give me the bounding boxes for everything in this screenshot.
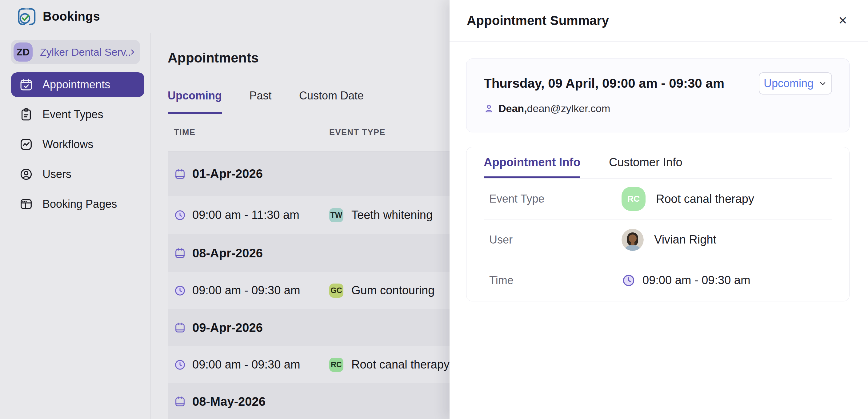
event-type-badge: TW	[329, 208, 343, 222]
calendar-icon	[174, 168, 186, 180]
calendar-check-icon	[19, 78, 33, 92]
appointment-datetime: Thursday, 09 April, 09:00 am - 09:30 am	[484, 76, 724, 91]
sidebar-item-appointments[interactable]: Appointments	[11, 72, 144, 97]
event-type-badge: RC	[622, 187, 646, 211]
table-column-headers: TIME EVENT TYPE	[168, 128, 450, 137]
table-row-date[interactable]: 08-Apr-2026	[168, 234, 450, 272]
bookings-logo-icon	[17, 7, 37, 27]
event-type-cell: TW Teeth whitening	[329, 208, 433, 222]
clock-icon	[174, 285, 186, 297]
event-type-name: Teeth whitening	[351, 208, 433, 222]
drawer-tabs: Appointment Info Customer Info	[484, 147, 832, 179]
sidebar-item-workflows[interactable]: Workflows	[11, 132, 144, 157]
appointment-info-card: Appointment Info Customer Info Event Typ…	[466, 147, 849, 301]
bookings-app: Bookings ZD Zylker Dental Serv... › Appo…	[0, 0, 868, 419]
sidebar-item-label: Appointments	[42, 78, 110, 91]
sidebar-item-users[interactable]: Users	[11, 162, 144, 186]
avatar	[622, 229, 644, 251]
appointments-tabs: Upcoming Past Custom Date	[151, 89, 450, 114]
tab-customer-info[interactable]: Customer Info	[609, 156, 682, 178]
tab-past[interactable]: Past	[249, 89, 271, 114]
table-row-date[interactable]: 09-Apr-2026	[168, 309, 450, 346]
page-title: Appointments	[168, 50, 450, 66]
event-type-name: Root canal therapy	[351, 358, 450, 371]
tab-upcoming[interactable]: Upcoming	[168, 89, 222, 114]
date-group-label: 08-May-2026	[192, 395, 266, 409]
sidebar-item-booking-pages[interactable]: Booking Pages	[11, 192, 144, 216]
browser-window-icon	[19, 197, 33, 211]
table-row-date[interactable]: 01-Apr-2026	[168, 151, 450, 196]
person-icon	[484, 103, 494, 114]
workspace-switcher[interactable]: ZD Zylker Dental Serv... ›	[11, 40, 140, 64]
customer-email: dean@zylker.com	[527, 102, 611, 115]
event-type-badge: GC	[329, 283, 343, 298]
clock-icon	[174, 209, 186, 221]
appointments-page: Appointments Upcoming Past Custom Date T…	[151, 33, 450, 419]
appointments-table: 01-Apr-2026 09:00 am - 11:30 am TW Teeth…	[168, 151, 450, 419]
event-type-cell: GC Gum contouring	[329, 283, 434, 298]
chevron-down-icon	[818, 79, 827, 88]
column-header-time: TIME	[168, 128, 329, 137]
close-icon[interactable]: ✕	[835, 12, 851, 29]
time-value: 09:00 am - 09:30 am	[643, 274, 750, 287]
status-dropdown[interactable]: Upcoming	[759, 72, 832, 94]
user-circle-icon	[19, 167, 33, 181]
appointment-time: 09:00 am - 09:30 am	[192, 358, 300, 371]
status-label: Upcoming	[764, 77, 813, 90]
sidebar-item-event-types[interactable]: Event Types	[11, 102, 144, 127]
workspace-avatar: ZD	[13, 42, 33, 62]
summary-card: Thursday, 09 April, 09:00 am - 09:30 am …	[466, 59, 849, 132]
time-cell: 09:00 am - 09:30 am	[168, 358, 329, 371]
sidebar-item-label: Event Types	[42, 108, 103, 121]
event-type-badge: RC	[329, 358, 343, 372]
event-type-cell: RC Root canal therapy	[329, 358, 450, 372]
calendar-icon	[174, 247, 186, 259]
detail-label: User	[484, 233, 622, 246]
detail-row-time: Time 09:00 am - 09:30 am	[484, 260, 832, 300]
activity-square-icon	[19, 137, 33, 151]
customer-name: Dean,	[498, 102, 527, 115]
table-row-appointment[interactable]: 09:00 am - 09:30 am GC Gum contouring	[168, 272, 450, 309]
drawer-title: Appointment Summary	[467, 13, 835, 28]
appointment-summary-drawer: Appointment Summary ✕ Thursday, 09 April…	[450, 0, 868, 419]
detail-label: Event Type	[484, 192, 622, 205]
event-type-value: Root canal therapy	[656, 192, 754, 206]
appointment-time: 09:00 am - 09:30 am	[192, 284, 300, 297]
detail-row-event-type: Event Type RC Root canal therapy	[484, 179, 832, 219]
tab-custom-date[interactable]: Custom Date	[299, 89, 364, 114]
sidebar-item-label: Workflows	[42, 138, 93, 151]
time-cell: 09:00 am - 09:30 am	[168, 284, 329, 297]
date-group-label: 01-Apr-2026	[192, 167, 263, 181]
clipboard-icon	[19, 108, 33, 122]
date-group-label: 09-Apr-2026	[192, 321, 263, 335]
detail-label: Time	[484, 274, 622, 287]
clock-icon	[174, 359, 186, 371]
column-header-event-type: EVENT TYPE	[329, 128, 385, 137]
table-row-date[interactable]: 08-May-2026	[168, 383, 450, 419]
user-photo	[622, 229, 644, 251]
appointment-time: 09:00 am - 11:30 am	[192, 208, 299, 222]
sidebar-nav: Appointments Event Types Workflows	[0, 72, 151, 216]
customer-line: Dean, dean@zylker.com	[484, 102, 832, 115]
event-type-name: Gum contouring	[351, 284, 434, 297]
calendar-icon	[174, 395, 186, 408]
date-group-label: 08-Apr-2026	[192, 246, 263, 260]
chevron-right-icon: ›	[130, 45, 134, 57]
time-cell: 09:00 am - 11:30 am	[168, 208, 329, 222]
sidebar-item-label: Booking Pages	[42, 198, 117, 211]
sidebar-item-label: Users	[42, 168, 71, 181]
user-name: Vivian Right	[654, 233, 716, 246]
clock-icon	[622, 273, 636, 288]
tab-appointment-info[interactable]: Appointment Info	[484, 156, 580, 178]
app-title: Bookings	[43, 9, 100, 23]
table-row-appointment[interactable]: 09:00 am - 11:30 am TW Teeth whitening	[168, 196, 450, 234]
table-row-appointment[interactable]: 09:00 am - 09:30 am RC Root canal therap…	[168, 346, 450, 383]
sidebar: ZD Zylker Dental Serv... › Appointments	[0, 33, 151, 419]
workspace-name: Zylker Dental Serv...	[40, 46, 130, 58]
detail-row-user: User	[484, 219, 832, 260]
drawer-header: Appointment Summary ✕	[450, 0, 868, 41]
calendar-icon	[174, 321, 186, 334]
